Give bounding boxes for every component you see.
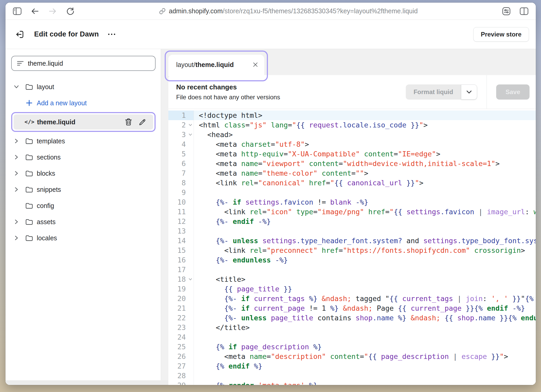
code-line-23[interactable]: 23 </title>: [168, 323, 536, 332]
code-line-17[interactable]: 17: [168, 265, 536, 274]
save-button[interactable]: Save: [496, 84, 530, 100]
rename-file-icon[interactable]: [137, 118, 149, 126]
code-line-content: [194, 371, 536, 381]
format-liquid-button: Format liquid: [406, 84, 477, 100]
preview-store-button[interactable]: Preview store: [473, 27, 529, 42]
tree-item-theme-liquid[interactable]: </>theme.liquid: [14, 114, 153, 130]
folder-icon: [24, 154, 35, 161]
chevron-right-icon[interactable]: [11, 170, 22, 176]
split-view-icon[interactable]: [519, 6, 529, 16]
add-new-layout-button[interactable]: Add a new layout: [11, 95, 156, 111]
code-line-content: {%- endif -%}: [194, 217, 536, 226]
code-line-content: [194, 265, 536, 274]
code-line-content: <link rel="preconnect" href="https://fon…: [194, 246, 536, 255]
code-line-content: <meta http-equiv="X-UA-Compatible" conte…: [194, 149, 536, 159]
gutter-line-number: 25: [168, 342, 194, 352]
file-search-input[interactable]: theme.liquid: [11, 56, 156, 71]
code-line-10[interactable]: 10 {%- if settings.favicon != blank -%}: [168, 197, 536, 207]
chevron-right-icon[interactable]: [11, 154, 22, 160]
folder-icon: [24, 170, 35, 177]
code-line-20[interactable]: 20 {%- if current_tags %} &ndash; tagged…: [168, 294, 536, 303]
gutter-line-number: 17: [168, 265, 194, 274]
gutter-line-number: 13: [168, 226, 194, 236]
fold-toggle-icon[interactable]: [188, 124, 192, 126]
back-icon[interactable]: [30, 6, 40, 16]
fold-toggle-icon[interactable]: [188, 133, 192, 136]
tree-item-sections[interactable]: sections: [11, 149, 156, 165]
tree-item-snippets[interactable]: snippets: [11, 181, 156, 198]
tree-item-layout[interactable]: layout: [11, 79, 156, 95]
code-line-content: [194, 188, 536, 197]
tree-action-label: Add a new layout: [37, 99, 87, 107]
url-path: /store/rzq1xu-f5/themes/132683530345?key…: [223, 7, 418, 15]
code-line-1[interactable]: 1<!doctype html>: [168, 111, 536, 120]
forward-icon[interactable]: [48, 6, 58, 16]
code-line-24[interactable]: 24: [168, 332, 536, 342]
tree-item-assets[interactable]: assets: [11, 214, 156, 230]
code-line-content: {% endif %}: [194, 361, 536, 371]
code-line-27[interactable]: 27 {% endif %}: [168, 361, 536, 371]
code-line-13[interactable]: 13: [168, 226, 536, 236]
code-editor[interactable]: 1<!doctype html>2<html class="js" lang="…: [168, 109, 536, 385]
delete-file-icon[interactable]: [122, 118, 134, 126]
code-line-15[interactable]: 15 <link rel="preconnect" href="https://…: [168, 246, 536, 255]
chevron-right-icon[interactable]: [11, 235, 22, 241]
format-dropdown-caret[interactable]: [461, 84, 477, 100]
code-line-content: [194, 332, 536, 342]
code-line-19[interactable]: 19 {{ page_title }}: [168, 284, 536, 294]
address-bar[interactable]: admin.shopify.com/store/rzq1xu-f5/themes…: [159, 7, 418, 15]
code-line-14[interactable]: 14 {%- unless settings.type_header_font.…: [168, 236, 536, 246]
code-line-29[interactable]: 29 {% render 'meta-tags' %}: [168, 381, 536, 385]
tree-item-config[interactable]: config: [11, 198, 156, 214]
exit-editor-icon[interactable]: [15, 29, 25, 39]
chevron-down-icon[interactable]: [11, 85, 22, 89]
code-line-7[interactable]: 7 <meta name="theme-color" content="">: [168, 168, 536, 178]
browser-sidebar-toggle-icon[interactable]: [12, 6, 22, 16]
tree-item-locales[interactable]: locales: [11, 230, 156, 246]
code-line-16[interactable]: 16 {%- endunless -%}: [168, 255, 536, 265]
gutter-line-number: 27: [168, 361, 194, 371]
gutter-line-number: 20: [168, 294, 194, 303]
desktop: { "browser": { "url_domain": "admin.shop…: [0, 0, 541, 392]
tree-item-label: templates: [37, 137, 65, 145]
code-line-6[interactable]: 6 <meta name="viewport" content="width=d…: [168, 159, 536, 168]
search-value: theme.liquid: [28, 60, 63, 67]
code-line-content: [194, 226, 536, 236]
gutter-line-number: 14: [168, 236, 194, 246]
editor-main: layout/theme.liquid No recent changes Fi…: [161, 49, 536, 385]
code-line-9[interactable]: 9: [168, 188, 536, 197]
reload-icon[interactable]: [65, 6, 75, 16]
code-line-25[interactable]: 25 {% if page_description %}: [168, 342, 536, 352]
code-line-2[interactable]: 2<html class="js" lang="{{ request.local…: [168, 120, 536, 130]
gutter-line-number: 28: [168, 371, 194, 381]
code-line-21[interactable]: 21 {%- if current_page != 1 %} &ndash; P…: [168, 303, 536, 313]
gutter-line-number: 1: [168, 111, 194, 120]
code-line-11[interactable]: 11 <link rel="icon" type="image/png" hre…: [168, 207, 536, 217]
tab-path-prefix: layout/: [176, 61, 195, 69]
code-line-content: {%- unless page_title contains shop.name…: [194, 313, 536, 323]
code-line-content: {%- if current_page != 1 %} &ndash; Page…: [194, 303, 536, 313]
code-line-26[interactable]: 26 <meta name="description" content="{{ …: [168, 352, 536, 361]
editor-toolbar: No recent changes File does not have any…: [168, 75, 536, 109]
code-line-5[interactable]: 5 <meta http-equiv="X-UA-Compatible" con…: [168, 149, 536, 159]
code-line-22[interactable]: 22 {%- unless page_title contains shop.n…: [168, 313, 536, 323]
code-line-12[interactable]: 12 {%- endif -%}: [168, 217, 536, 226]
code-line-4[interactable]: 4 <meta charset="utf-8">: [168, 139, 536, 149]
code-line-8[interactable]: 8 <link rel="canonical" href="{{ canonic…: [168, 178, 536, 188]
tree-item-templates[interactable]: templates: [11, 133, 156, 149]
code-line-28[interactable]: 28: [168, 371, 536, 381]
chevron-right-icon[interactable]: [11, 138, 22, 144]
tab-layout-theme-liquid[interactable]: layout/theme.liquid: [168, 55, 264, 76]
fold-toggle-icon[interactable]: [188, 278, 192, 281]
chevron-right-icon[interactable]: [11, 187, 22, 192]
status-subtitle: File does not have any other versions: [176, 94, 280, 101]
tree-item-blocks[interactable]: blocks: [11, 165, 156, 181]
more-menu-icon[interactable]: [108, 34, 115, 35]
code-line-18[interactable]: 18 <title>: [168, 274, 536, 284]
tab-close-icon[interactable]: [253, 62, 258, 67]
chevron-right-icon[interactable]: [11, 219, 22, 225]
code-line-content: {%- if current_tags %} &ndash; tagged "{…: [194, 294, 536, 303]
gutter-line-number: 19: [168, 284, 194, 294]
code-line-3[interactable]: 3 <head>: [168, 130, 536, 139]
page-settings-icon[interactable]: [501, 6, 511, 16]
